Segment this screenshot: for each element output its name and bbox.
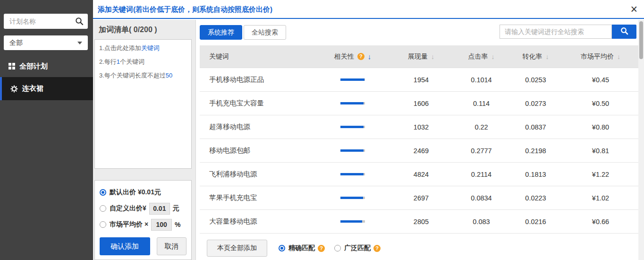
keyword-search-button[interactable] — [612, 25, 636, 39]
toolbar: 系统推荐 全站搜索 — [200, 20, 638, 45]
broad-match-label: 广泛匹配 — [344, 244, 371, 252]
market-percent-input[interactable] — [151, 219, 172, 231]
chevron-down-icon — [77, 42, 82, 44]
help-icon[interactable]: ? — [318, 245, 325, 252]
table-row[interactable]: 超薄移动电源 1032 0.22 0.0837 ¥0.80 — [200, 115, 638, 139]
plan-search — [4, 14, 88, 29]
match-option-exact: 精确匹配 ? — [279, 244, 325, 252]
add-keywords-dialog: 添加关键词(若出价低于底价，则系统自动按照底价出价) × 加词清单( 0/200… — [93, 0, 644, 260]
keyword-link[interactable]: 关键词 — [141, 44, 160, 52]
bid-option-custom: 自定义出价¥ 元 — [100, 200, 186, 217]
custom-bid-prefix: 自定义出价¥ — [110, 204, 146, 213]
keyword-search-input[interactable] — [500, 25, 612, 39]
custom-bid-suffix: 元 — [173, 204, 179, 213]
col-relevance[interactable]: 相关性 ? ↓ — [317, 52, 388, 61]
relevance-bar — [317, 173, 388, 175]
custom-bid-radio[interactable] — [100, 205, 106, 212]
col-market-price[interactable]: 市场平均价 ↓ — [563, 52, 638, 61]
sidebar-item-label: 全部计划 — [19, 62, 48, 71]
dialog-titlebar: 添加关键词(若出价低于底价，则系统自动按照底价出价) × — [93, 0, 644, 19]
dialog-title: 添加关键词(若出价低于底价，则系统自动按照底价出价) — [93, 0, 644, 19]
exact-match-radio[interactable] — [279, 245, 285, 251]
custom-bid-input[interactable] — [149, 203, 170, 215]
keyword-table-area: 系统推荐 全站搜索 关键词 相关性 ? ↓ 展现量 ↓ — [200, 20, 638, 260]
instruction-line: 3.每个关键词长度不超过50 — [99, 69, 187, 82]
sort-icon[interactable]: ↓ — [617, 53, 620, 61]
tab-site-search[interactable]: 全站搜索 — [244, 25, 286, 40]
sidebar-item-dress[interactable]: 连衣裙 — [0, 77, 93, 100]
tab-bar: 系统推荐 全站搜索 — [200, 25, 286, 40]
table-row[interactable]: 移动电源包邮 2469 0.2777 0.2198 ¥0.81 — [200, 139, 638, 163]
grid-icon — [8, 63, 15, 69]
add-all-button[interactable]: 本页全部添加 — [207, 240, 267, 257]
sidebar: 全部 全部计划 连衣裙 — [0, 0, 93, 260]
table-row[interactable]: 手机移动电源正品 1954 0.1014 0.0253 ¥0.45 — [200, 68, 638, 92]
market-price-suffix: % — [175, 221, 180, 228]
relevance-bar — [317, 220, 388, 223]
table-footer: 本页全部添加 精确匹配 ? 广泛匹配 ? — [200, 234, 638, 260]
scrollbar-thumb[interactable] — [639, 21, 643, 59]
col-ctr[interactable]: 点击率 ↓ — [454, 52, 508, 61]
market-price-prefix: 市场平均价 × — [110, 220, 148, 229]
market-price-radio[interactable] — [100, 221, 106, 228]
sort-icon[interactable]: ↓ — [546, 53, 549, 61]
table-row[interactable]: 大容量移动电源 2805 0.083 0.0216 ¥0.66 — [200, 210, 638, 234]
keyword-entry-area[interactable]: 1.点击此处添加关键词 2.每行1个关键词 3.每个关键词长度不超过50 — [94, 39, 192, 169]
table-header: 关键词 相关性 ? ↓ 展现量 ↓ 点击率 ↓ 转化率 ↓ 市场平均价 ↓ — [200, 45, 638, 68]
default-bid-radio[interactable] — [100, 189, 106, 196]
relevance-bar — [317, 102, 388, 104]
relevance-bar — [317, 197, 388, 199]
gear-icon — [10, 85, 18, 93]
vertical-scrollbar[interactable] — [638, 20, 644, 260]
relevance-bar — [317, 149, 388, 152]
exact-match-label: 精确匹配 — [288, 244, 315, 252]
sort-icon[interactable]: ↓ — [431, 53, 434, 61]
bid-options-box: 默认出价 ¥0.01元 自定义出价¥ 元 市场平均价 × % 确认添加 取消 — [94, 180, 192, 260]
table-row[interactable]: 飞利浦移动电源 4824 0.2114 0.1813 ¥1.22 — [200, 163, 638, 186]
cancel-button[interactable]: 取消 — [157, 237, 186, 255]
tab-system-recommend[interactable]: 系统推荐 — [200, 25, 242, 40]
keyword-list-header: 加词清单( 0/200 ) — [93, 20, 195, 39]
relevance-bar — [317, 126, 388, 128]
sort-icon[interactable]: ↓ — [491, 53, 495, 61]
sort-desc-icon[interactable]: ↓ — [368, 52, 372, 61]
bid-option-market: 市场平均价 × % — [100, 217, 186, 233]
default-bid-label: 默认出价 ¥0.01元 — [110, 188, 161, 197]
sidebar-item-all-plans[interactable]: 全部计划 — [0, 59, 93, 74]
confirm-add-button[interactable]: 确认添加 — [100, 237, 150, 255]
panel-buttons: 确认添加 取消 — [100, 237, 186, 255]
search-icon — [620, 27, 628, 36]
plan-filter-value: 全部 — [9, 39, 77, 47]
col-keyword: 关键词 — [200, 52, 317, 61]
bid-option-default: 默认出价 ¥0.01元 — [100, 184, 186, 200]
table-row[interactable]: 手机充电宝大容量 1606 0.114 0.0273 ¥0.50 — [200, 92, 638, 115]
table-row[interactable]: 苹果手机充电宝 2697 0.0834 0.0223 ¥1.02 — [200, 186, 638, 210]
instruction-line: 2.每行1个关键词 — [99, 55, 187, 69]
plan-filter-select[interactable]: 全部 — [4, 35, 88, 50]
col-cvr[interactable]: 转化率 ↓ — [508, 52, 563, 61]
help-icon[interactable]: ? — [357, 53, 364, 60]
broad-match-radio[interactable] — [334, 245, 341, 251]
help-icon[interactable]: ? — [373, 245, 381, 252]
instruction-line: 1.点击此处添加关键词 — [99, 41, 187, 55]
col-impressions[interactable]: 展现量 ↓ — [388, 52, 454, 61]
match-option-broad: 广泛匹配 ? — [334, 244, 381, 252]
keyword-list-panel: 加词清单( 0/200 ) 1.点击此处添加关键词 2.每行1个关键词 3.每个… — [93, 20, 196, 260]
relevance-bar — [317, 78, 388, 81]
sidebar-item-label: 连衣裙 — [22, 84, 43, 93]
close-icon[interactable]: × — [630, 1, 637, 17]
search-icon[interactable] — [75, 17, 84, 27]
keyword-search — [500, 25, 636, 39]
